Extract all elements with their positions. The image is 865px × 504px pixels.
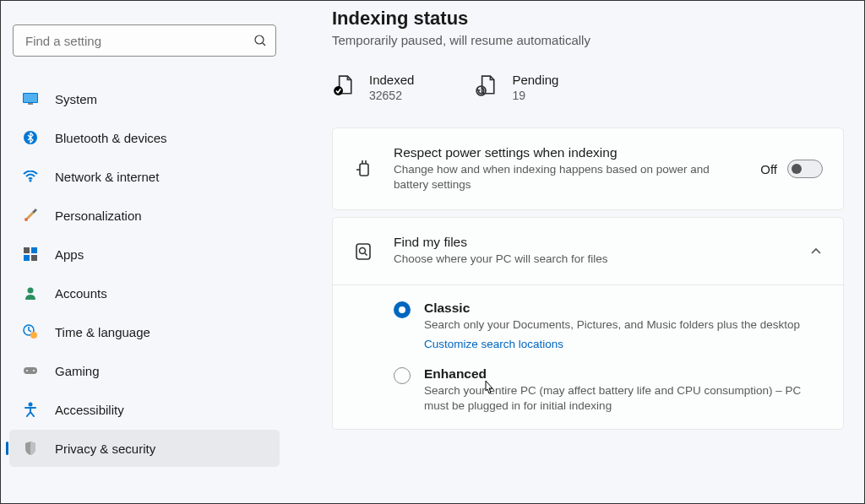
sidebar-item-label: System	[55, 92, 97, 106]
option-enhanced[interactable]: Enhanced Search your entire PC (may affe…	[394, 366, 823, 414]
svg-rect-8	[24, 247, 30, 253]
search-box[interactable]	[13, 24, 276, 57]
apps-icon	[23, 247, 38, 262]
display-icon	[23, 91, 38, 106]
svg-rect-21	[360, 164, 368, 176]
find-files-options: Classic Search only your Documents, Pict…	[333, 285, 843, 430]
svg-point-12	[28, 288, 34, 294]
card-desc: Choose where your PC will search for fil…	[394, 252, 789, 267]
sidebar-item-time-language[interactable]: Time & language	[9, 313, 280, 350]
sidebar-item-label: Apps	[55, 247, 84, 262]
svg-line-1	[263, 43, 265, 46]
power-toggle[interactable]	[787, 160, 823, 178]
stat-label: Pending	[512, 73, 558, 87]
shield-icon	[23, 441, 38, 456]
stat-indexed: Indexed 32652	[332, 73, 414, 102]
option-desc: Search only your Documents, Pictures, an…	[424, 317, 800, 333]
sidebar-item-apps[interactable]: Apps	[9, 236, 280, 273]
svg-rect-15	[24, 367, 37, 374]
person-icon	[23, 285, 38, 301]
svg-point-16	[26, 370, 28, 371]
option-desc: Search your entire PC (may affect batter…	[424, 383, 823, 414]
radio-selected-icon[interactable]	[394, 301, 411, 318]
option-title: Enhanced	[424, 366, 823, 382]
svg-point-18	[29, 403, 33, 407]
svg-line-27	[365, 253, 367, 256]
sidebar-item-bluetooth[interactable]: Bluetooth & devices	[9, 119, 280, 156]
sidebar-item-label: Network & internet	[55, 170, 159, 184]
option-title: Classic	[424, 301, 800, 316]
sidebar-item-label: Personalization	[55, 209, 142, 223]
sidebar-item-gaming[interactable]: Gaming	[9, 352, 280, 389]
svg-rect-25	[356, 244, 370, 259]
svg-rect-10	[24, 255, 30, 261]
stat-label: Indexed	[369, 73, 414, 87]
plug-icon	[353, 159, 373, 179]
search-input[interactable]	[25, 34, 253, 48]
sidebar-item-label: Gaming	[55, 364, 100, 378]
stat-value: 19	[512, 89, 558, 102]
radio-unselected-icon[interactable]	[394, 367, 411, 384]
stat-pending: Pending 19	[475, 73, 558, 102]
svg-rect-9	[31, 247, 37, 253]
svg-rect-11	[31, 255, 37, 261]
sidebar-item-label: Privacy & security	[55, 442, 155, 456]
file-check-icon	[332, 74, 354, 96]
toggle-state-label: Off	[760, 162, 777, 176]
option-classic[interactable]: Classic Search only your Documents, Pict…	[394, 301, 823, 351]
stat-value: 32652	[369, 89, 414, 102]
svg-point-14	[30, 332, 37, 339]
svg-point-0	[255, 35, 264, 44]
sidebar-item-system[interactable]: System	[9, 80, 280, 117]
stats-row: Indexed 32652 Pending 19	[332, 73, 844, 102]
svg-point-26	[360, 247, 366, 253]
find-files-header[interactable]: Find my files Choose where your PC will …	[333, 218, 843, 284]
sidebar-item-label: Accessibility	[55, 403, 124, 417]
page-title: Indexing status	[332, 8, 844, 30]
content-pane: Indexing status Temporarily paused, will…	[288, 1, 864, 503]
svg-rect-4	[28, 103, 33, 105]
svg-point-7	[24, 218, 28, 221]
sidebar: System Bluetooth & devices Network & int…	[1, 1, 288, 503]
svg-point-19	[334, 86, 343, 95]
gamepad-icon	[23, 363, 38, 378]
sidebar-item-accessibility[interactable]: Accessibility	[9, 391, 280, 428]
card-desc: Change how and when indexing happens bas…	[394, 162, 740, 192]
sidebar-item-network[interactable]: Network & internet	[9, 158, 280, 195]
card-title: Find my files	[394, 235, 789, 250]
sidebar-item-privacy-security[interactable]: Privacy & security	[9, 430, 280, 467]
file-pending-icon	[475, 74, 497, 96]
file-search-icon	[353, 241, 373, 262]
accessibility-icon	[23, 402, 38, 417]
nav-list: System Bluetooth & devices Network & int…	[9, 80, 280, 467]
wifi-icon	[23, 169, 38, 184]
clock-globe-icon	[23, 324, 38, 339]
customize-search-locations-link[interactable]: Customize search locations	[424, 338, 563, 350]
paintbrush-icon	[23, 208, 38, 223]
sidebar-item-accounts[interactable]: Accounts	[9, 274, 280, 312]
power-settings-card: Respect power settings when indexing Cha…	[332, 127, 844, 210]
svg-point-6	[30, 180, 32, 182]
sidebar-item-personalization[interactable]: Personalization	[9, 197, 280, 234]
sidebar-item-label: Accounts	[55, 286, 107, 301]
search-icon	[253, 34, 267, 47]
find-files-card: Find my files Choose where your PC will …	[332, 217, 844, 430]
svg-rect-3	[24, 94, 37, 102]
chevron-up-icon	[809, 245, 823, 258]
bluetooth-icon	[23, 130, 38, 145]
sidebar-item-label: Time & language	[55, 325, 150, 339]
sidebar-item-label: Bluetooth & devices	[55, 131, 167, 145]
card-title: Respect power settings when indexing	[394, 145, 740, 160]
page-subtitle: Temporarily paused, will resume automati…	[332, 33, 844, 47]
svg-point-17	[33, 370, 35, 371]
